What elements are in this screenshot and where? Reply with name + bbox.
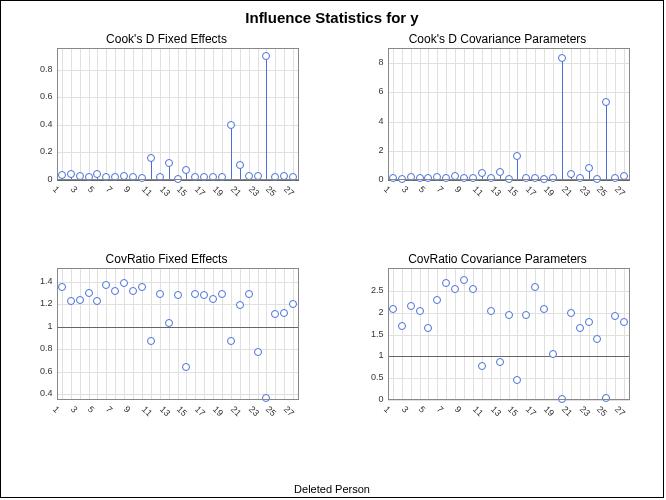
x-tick-label: 11	[471, 184, 485, 198]
data-point	[289, 173, 297, 181]
x-tick-label: 9	[453, 184, 464, 195]
x-tick-label: 25	[264, 404, 278, 418]
x-tick-label: 17	[193, 404, 207, 418]
data-point	[271, 173, 279, 181]
y-tick-label: 0.8	[27, 343, 53, 353]
y-tick-label: 0.2	[27, 146, 53, 156]
y-tick-label: 0.8	[27, 64, 53, 74]
data-point	[540, 175, 548, 183]
y-tick-label: 2.5	[358, 285, 384, 295]
x-tick-label: 19	[211, 404, 225, 418]
data-point	[138, 283, 146, 291]
data-point	[620, 318, 628, 326]
y-tick-label: 1	[358, 350, 384, 360]
x-tick-label: 7	[435, 404, 446, 415]
x-tick-label: 11	[471, 404, 485, 418]
data-point	[487, 307, 495, 315]
data-point	[93, 297, 101, 305]
y-tick-label: 0	[358, 174, 384, 184]
stem	[606, 102, 607, 180]
x-tick-label: 7	[104, 404, 115, 415]
plot-area-1: 0246813579111315171921232527	[358, 48, 638, 208]
stem	[562, 58, 563, 180]
data-point	[416, 307, 424, 315]
data-point	[416, 174, 424, 182]
y-tick-label: 6	[358, 86, 384, 96]
reference-line	[388, 356, 630, 357]
data-point	[191, 290, 199, 298]
data-point	[549, 174, 557, 182]
data-point	[531, 283, 539, 291]
x-tick-label: 13	[489, 184, 503, 198]
data-point	[442, 174, 450, 182]
y-tick-label: 0.4	[27, 388, 53, 398]
data-point	[156, 173, 164, 181]
data-point	[227, 121, 235, 129]
data-point	[271, 310, 279, 318]
x-tick-label: 13	[158, 404, 172, 418]
data-point	[156, 290, 164, 298]
y-tick-label: 0.6	[27, 366, 53, 376]
x-tick-label: 25	[595, 184, 609, 198]
data-point	[576, 174, 584, 182]
panel-cooksd-cov: Cook's D Covariance Parameters 024681357…	[332, 30, 663, 250]
y-tick-label: 2	[358, 145, 384, 155]
plot-area-2: 0.40.60.811.21.413579111315171921232527	[27, 268, 307, 428]
y-tick-label: 8	[358, 57, 384, 67]
y-tick-label: 1.2	[27, 298, 53, 308]
panel-cooksd-fixed: Cook's D Fixed Effects 00.20.40.60.81357…	[1, 30, 332, 250]
data-point	[398, 175, 406, 183]
data-point	[389, 305, 397, 313]
data-point	[602, 394, 610, 402]
data-point	[262, 52, 270, 60]
data-point	[209, 295, 217, 303]
x-tick-label: 3	[400, 184, 411, 195]
data-point	[245, 290, 253, 298]
data-point	[558, 395, 566, 403]
y-tick-label: 0	[358, 394, 384, 404]
data-point	[289, 300, 297, 308]
x-tick-label: 1	[51, 184, 62, 195]
panel-covratio-fixed: CovRatio Fixed Effects 0.40.60.811.21.41…	[1, 250, 332, 470]
data-point	[522, 311, 530, 319]
x-tick-label: 5	[86, 404, 97, 415]
y-tick-label: 1	[27, 321, 53, 331]
x-tick-label: 1	[51, 404, 62, 415]
panel-title-2: CovRatio Fixed Effects	[106, 250, 228, 268]
data-point	[549, 350, 557, 358]
reference-line	[57, 327, 299, 328]
y-tick-label: 0.4	[27, 119, 53, 129]
plot-area-3: 00.511.522.513579111315171921232527	[358, 268, 638, 428]
x-tick-label: 5	[417, 404, 428, 415]
data-point	[513, 152, 521, 160]
y-tick-label: 2	[358, 307, 384, 317]
y-tick-label: 0.6	[27, 91, 53, 101]
y-tick-label: 0	[27, 174, 53, 184]
data-point	[593, 175, 601, 183]
x-tick-label: 9	[122, 404, 133, 415]
data-point	[460, 174, 468, 182]
x-tick-label: 11	[140, 184, 154, 198]
x-tick-label: 15	[506, 404, 520, 418]
data-point	[236, 161, 244, 169]
x-tick-label: 5	[86, 184, 97, 195]
x-tick-label: 15	[175, 404, 189, 418]
x-tick-label: 13	[489, 404, 503, 418]
data-point	[407, 302, 415, 310]
data-point	[478, 362, 486, 370]
data-point	[424, 174, 432, 182]
x-tick-label: 9	[122, 184, 133, 195]
x-tick-label: 19	[211, 184, 225, 198]
y-tick-label: 4	[358, 116, 384, 126]
data-point	[129, 173, 137, 181]
data-point	[611, 174, 619, 182]
x-tick-label: 21	[560, 404, 574, 418]
main-title: Influence Statistics for y	[1, 1, 663, 30]
x-tick-label: 7	[104, 184, 115, 195]
x-tick-label: 7	[435, 184, 446, 195]
x-tick-label: 11	[140, 404, 154, 418]
data-point	[236, 301, 244, 309]
x-tick-label: 17	[524, 184, 538, 198]
data-point	[433, 173, 441, 181]
data-point	[620, 172, 628, 180]
